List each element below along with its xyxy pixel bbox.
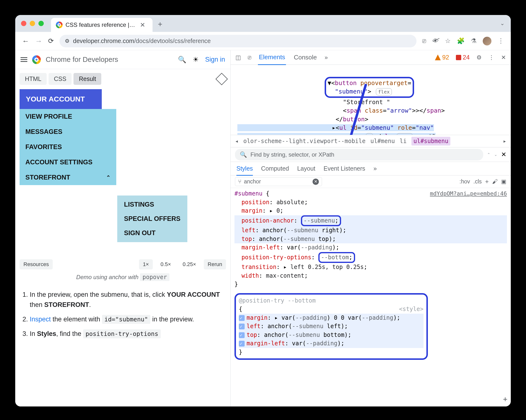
checkbox-icon[interactable] (239, 315, 245, 321)
cls-button[interactable]: .cls (473, 178, 482, 185)
devtools-panel: ◫ ⎚ Elements Console » 92 24 ⚙ ⋮ ✕ ▼<but… (230, 50, 511, 407)
hov-button[interactable]: :hov (460, 178, 470, 185)
storefront-label: STOREFRONT (25, 174, 70, 181)
theme-icon[interactable]: ☀ (193, 56, 199, 64)
tab-listeners[interactable]: Event Listeners (324, 165, 365, 172)
reload-button[interactable]: ⟳ (48, 37, 54, 45)
url-host: developer.chrome.com (73, 38, 134, 44)
menu-item-favorites[interactable]: FAVORITES (20, 140, 116, 155)
tab-css[interactable]: CSS (49, 73, 71, 85)
tab-elements[interactable]: Elements (258, 50, 286, 65)
menu-item-storefront[interactable]: STOREFRONT ⌃ (20, 170, 116, 185)
eye-off-icon[interactable]: 👁 (433, 37, 439, 45)
find-input[interactable]: 🔍 Find by string, selector, or XPath (235, 149, 483, 160)
tab-html[interactable]: HTML (20, 73, 47, 85)
add-rule-icon[interactable]: + (503, 394, 507, 405)
cast-icon[interactable]: ⎚ (422, 37, 426, 45)
device-icon[interactable]: ⎚ (248, 54, 251, 61)
maximize-window-button[interactable] (39, 21, 44, 26)
rerun-button[interactable]: Rerun (204, 259, 226, 270)
checkbox-icon[interactable] (239, 332, 245, 338)
clear-filter-icon[interactable]: ✕ (313, 179, 319, 185)
codepen-icon[interactable] (216, 73, 228, 85)
back-button[interactable]: ← (22, 37, 29, 45)
breadcrumb-prev-icon[interactable]: ◂ (235, 138, 238, 144)
breadcrumb-item[interactable]: olor-scheme--light.viewport--mobile (243, 138, 365, 144)
site-info-icon[interactable]: ⚙ (65, 38, 70, 44)
tab-list-icon[interactable]: ⌄ (500, 20, 505, 27)
find-prev-icon[interactable]: ⌃ (487, 152, 490, 157)
submenu: VIEW PROFILE MESSAGES FAVORITES ACCOUNT … (20, 109, 116, 185)
dom-tree[interactable]: ▼<button popovertarget= "submenu"> flex … (231, 65, 511, 135)
browser-tab[interactable]: CSS features reference | Chr ✕ (51, 18, 152, 32)
tab-computed[interactable]: Computed (261, 165, 289, 172)
zoom-1x[interactable]: 1× (139, 259, 153, 270)
menu-item-settings[interactable]: ACCOUNT SETTINGS (20, 155, 116, 170)
minimize-window-button[interactable] (30, 21, 35, 26)
style-source[interactable]: <style> (399, 305, 424, 314)
flex-badge[interactable]: flex (376, 88, 392, 95)
window-controls (21, 21, 44, 26)
rule-source-link[interactable]: mdYdpOM?ani…pe=embed:46 (430, 190, 507, 198)
more-tabs-icon[interactable]: » (325, 54, 328, 61)
profile-avatar[interactable] (483, 37, 491, 45)
rule-selector[interactable]: #submenu (234, 190, 263, 197)
find-next-icon[interactable]: ⌄ (494, 152, 497, 157)
find-close-icon[interactable]: ✕ (501, 151, 506, 158)
kebab-icon[interactable]: ⋮ (488, 54, 494, 61)
inspect-icon[interactable]: ◫ (235, 54, 241, 61)
search-icon[interactable]: 🔍 (178, 56, 186, 64)
tab-result[interactable]: Result (73, 73, 101, 85)
search-icon: 🔍 (240, 151, 247, 158)
sign-in-link[interactable]: Sign in (205, 56, 225, 63)
button-node-callout: ▼<button popovertarget= "submenu"> flex (325, 77, 414, 98)
close-devtools-icon[interactable]: ✕ (501, 54, 506, 61)
popover-item-listings[interactable]: LISTINGS (117, 197, 187, 212)
popover-item-offers[interactable]: SPECIAL OFFERS (117, 212, 187, 226)
errors-badge[interactable]: 24 (456, 54, 470, 61)
forward-button[interactable]: → (35, 37, 42, 45)
breadcrumb-item-selected[interactable]: ul#submenu (411, 137, 450, 145)
close-window-button[interactable] (21, 21, 26, 26)
popover-item-signout[interactable]: SIGN OUT (117, 226, 187, 240)
styles-pane[interactable]: mdYdpOM?ani…pe=embed:46 #submenu { posit… (231, 188, 511, 407)
checkbox-icon[interactable] (239, 324, 245, 329)
ellipsis-badge[interactable]: ⋯ (366, 133, 373, 135)
address-bar[interactable]: ⚙ developer.chrome.com/docs/devtools/css… (60, 35, 416, 47)
more-tabs-icon[interactable]: » (374, 165, 377, 172)
box-model-icon[interactable]: ▣ (501, 178, 506, 185)
menu-item-messages[interactable]: MESSAGES (20, 124, 116, 140)
tab-console[interactable]: Console (293, 50, 318, 65)
bookmark-icon[interactable]: ☆ (445, 37, 451, 45)
chrome-logo-icon (32, 55, 41, 64)
breadcrumb-item[interactable]: li (400, 138, 407, 144)
account-header-button[interactable]: YOUR ACCOUNT (20, 89, 102, 109)
close-tab-icon[interactable]: ✕ (140, 21, 145, 29)
instruction-list: In the preview, open the submenu, that i… (15, 283, 230, 345)
filter-input[interactable]: ⑂ anchor ✕ (235, 177, 322, 186)
inspect-link[interactable]: Inspect (30, 316, 51, 323)
filter-value: anchor (244, 178, 261, 185)
warnings-badge[interactable]: 92 (435, 54, 449, 61)
menu-item-profile[interactable]: VIEW PROFILE (20, 109, 116, 124)
breadcrumb-next-icon[interactable]: ▸ (503, 138, 506, 144)
new-tab-button[interactable]: + (158, 20, 162, 29)
tab-layout[interactable]: Layout (297, 165, 315, 172)
filter-icon: ⑂ (238, 178, 242, 185)
hamburger-icon[interactable] (20, 57, 27, 62)
checkbox-icon[interactable] (239, 341, 245, 347)
labs-icon[interactable]: ⚗ (471, 37, 476, 45)
extensions-icon[interactable]: 🧩 (457, 37, 465, 45)
zoom-025x[interactable]: 0.25× (179, 259, 200, 270)
zoom-05x[interactable]: 0.5× (157, 259, 175, 270)
breadcrumb-item[interactable]: ul#menu (370, 138, 395, 144)
menu-icon[interactable]: ⋮ (498, 37, 504, 45)
brush-icon[interactable]: 🖌 (492, 178, 498, 185)
settings-icon[interactable]: ⚙ (476, 54, 482, 61)
new-rule-icon[interactable]: + (485, 178, 489, 185)
grid-badge[interactable]: grid (397, 133, 413, 135)
tab-styles[interactable]: Styles (236, 165, 253, 176)
find-placeholder: Find by string, selector, or XPath (250, 151, 334, 158)
resources-button[interactable]: Resources (20, 259, 53, 270)
dom-breadcrumb[interactable]: ◂ olor-scheme--light.viewport--mobile ul… (231, 135, 511, 147)
